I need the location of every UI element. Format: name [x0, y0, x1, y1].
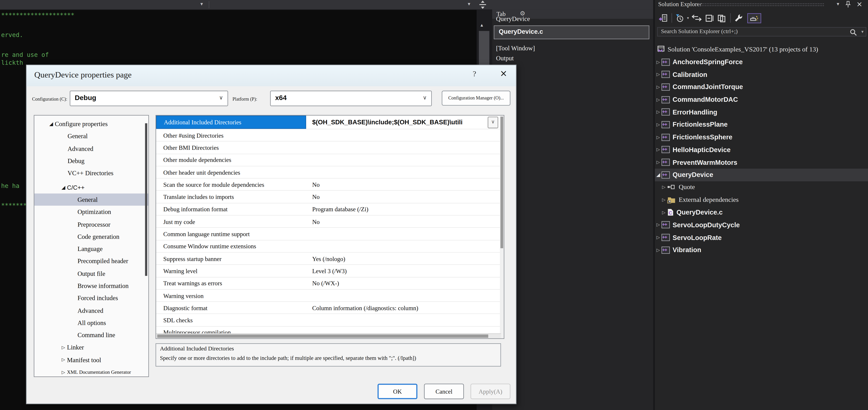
properties-wrench-icon[interactable]: [734, 13, 743, 22]
property-value[interactable]: Column information (/diagnostics: column…: [306, 302, 504, 314]
category-item[interactable]: Debug: [34, 155, 149, 167]
category-item[interactable]: Preprocessor: [34, 218, 149, 230]
filter-dropdown-icon[interactable]: ▾: [687, 16, 689, 20]
chevron-collapsed-icon[interactable]: ▷: [655, 247, 661, 252]
active-file-item[interactable]: QueryDevice.c: [494, 26, 649, 39]
property-row[interactable]: Other BMI Directories: [156, 142, 504, 154]
chevron-collapsed-icon[interactable]: ▷: [60, 370, 67, 375]
switch-views-icon[interactable]: [658, 13, 668, 22]
property-name[interactable]: Suppress startup banner: [156, 253, 306, 265]
tool-window-item[interactable]: Output: [496, 55, 514, 61]
project-row-selected[interactable]: ◢ ++ QueryDevice: [655, 168, 868, 181]
property-value[interactable]: [306, 142, 504, 153]
property-name[interactable]: Diagnostic format: [156, 302, 306, 314]
category-item[interactable]: Advanced: [34, 142, 149, 155]
solution-node[interactable]: Solution 'ConsoleExamples_VS2017' (13 pr…: [655, 43, 868, 56]
property-value[interactable]: Yes (/nologo): [306, 253, 504, 265]
property-name[interactable]: Scan the source for module dependencies: [156, 179, 306, 191]
search-icon[interactable]: [850, 29, 857, 36]
category-item[interactable]: Command line: [34, 329, 149, 341]
dialog-titlebar[interactable]: QueryDevice properties page ? ×: [27, 65, 516, 86]
property-name[interactable]: Warning level: [156, 265, 306, 277]
property-row[interactable]: Warning version: [156, 289, 504, 302]
chevron-collapsed-icon[interactable]: ▷: [660, 185, 667, 190]
property-value[interactable]: $(OH_SDK_BASE)\include;$(OH_SDK_BASE)\ut…: [312, 119, 463, 126]
chevron-collapsed-icon[interactable]: ▷: [655, 235, 661, 240]
property-name[interactable]: SDL checks: [156, 314, 306, 326]
chevron-expanded-icon[interactable]: ◢: [48, 121, 55, 127]
category-item-selected[interactable]: General: [34, 193, 149, 206]
value-dropdown-button[interactable]: ∨: [488, 116, 498, 128]
chevron-collapsed-icon[interactable]: ▷: [655, 160, 661, 165]
grid-horizontal-scrollbar[interactable]: [156, 333, 501, 338]
property-row[interactable]: Consume Window runtime extensions: [156, 240, 504, 253]
property-row[interactable]: Scan the source for module dependenciesN…: [156, 179, 504, 191]
property-row-selected[interactable]: Additional Included Directories $(OH_SDK…: [156, 115, 504, 129]
drag-handle-dots[interactable]: [698, 3, 825, 6]
category-item[interactable]: ▷ Linker: [34, 341, 149, 354]
cancel-button[interactable]: Cancel: [424, 384, 464, 399]
project-row[interactable]: ▷ ++ CommandJointTorque: [655, 81, 868, 93]
scrollbar-thumb[interactable]: [500, 116, 503, 248]
search-input[interactable]: Search Solution Explorer (ctrl+;) ▾: [657, 27, 866, 37]
category-item[interactable]: ◢ C/C++: [34, 181, 149, 193]
project-row[interactable]: ▷ ++ FrictionlessPlane: [655, 118, 868, 131]
property-row[interactable]: Debug information formatProgram database…: [156, 203, 504, 216]
chevron-collapsed-icon[interactable]: ▷: [660, 210, 667, 215]
chevron-collapsed-icon[interactable]: ▷: [655, 110, 661, 115]
property-value[interactable]: [306, 129, 504, 141]
preview-selected-items-button[interactable]: [747, 13, 761, 23]
project-row[interactable]: ▷ ++ HelloHapticDevice: [655, 143, 868, 156]
property-value[interactable]: [306, 289, 504, 301]
property-value[interactable]: Program database (/Zi): [306, 203, 504, 215]
pending-changes-filter-icon[interactable]: [675, 13, 684, 22]
chevron-collapsed-icon[interactable]: ▷: [655, 223, 661, 228]
property-name[interactable]: Debug information format: [156, 203, 306, 215]
property-name[interactable]: Other header unit dependencies: [156, 166, 306, 178]
project-row[interactable]: ▷ ++ Vibration: [655, 244, 868, 257]
tree-scrollbar-thumb[interactable]: [145, 123, 147, 276]
property-row[interactable]: Other header unit dependencies: [156, 166, 504, 179]
close-button[interactable]: ×: [500, 68, 507, 78]
project-row[interactable]: ▷ ++ ServoLoopRate: [655, 231, 868, 244]
help-button[interactable]: ?: [473, 70, 476, 78]
search-options-icon[interactable]: ▾: [862, 29, 864, 34]
project-row[interactable]: ▷ ++ ServoLoopDutyCycle: [655, 219, 868, 231]
splitter-handle-icon[interactable]: [478, 1, 487, 9]
chevron-collapsed-icon[interactable]: ▷: [655, 72, 661, 77]
property-value[interactable]: No: [306, 179, 504, 191]
property-name[interactable]: Additional Included Directories: [156, 115, 306, 129]
navbar-dropdown-icon[interactable]: ▾: [200, 1, 203, 7]
property-name[interactable]: Other #using Directories: [156, 129, 306, 141]
property-value[interactable]: [306, 154, 504, 166]
property-value[interactable]: [306, 228, 504, 240]
property-row[interactable]: Diagnostic formatColumn information (/di…: [156, 302, 504, 314]
solution-explorer-titlebar[interactable]: Solution Explorer ▾ ×: [655, 0, 868, 9]
property-name[interactable]: Consume Window runtime extensions: [156, 240, 306, 252]
property-row[interactable]: Other module dependencies: [156, 154, 504, 166]
configuration-select[interactable]: Debug ∨: [70, 91, 228, 106]
property-name[interactable]: Common language runtime support: [156, 228, 306, 240]
chevron-collapsed-icon[interactable]: ▷: [60, 345, 67, 350]
property-row[interactable]: Just my codeNo: [156, 216, 504, 228]
property-value[interactable]: No (/WX-): [306, 277, 504, 289]
project-row[interactable]: ▷ ++ CommandMotorDAC: [655, 93, 868, 106]
chevron-collapsed-icon[interactable]: ▷: [60, 357, 67, 363]
category-item[interactable]: Code generation: [34, 230, 149, 243]
category-item[interactable]: VC++ Directories: [34, 167, 149, 179]
category-item[interactable]: General: [34, 130, 149, 142]
apply-button[interactable]: Apply(A): [471, 384, 510, 399]
ok-button[interactable]: OK: [377, 384, 417, 399]
category-item[interactable]: ▷ Manifest tool: [34, 353, 149, 366]
chevron-collapsed-icon[interactable]: ▷: [655, 97, 661, 102]
property-value[interactable]: No: [306, 191, 504, 203]
category-item[interactable]: ▷ XML Documentation Generator: [34, 366, 149, 377]
chevron-collapsed-icon[interactable]: ▷: [660, 197, 667, 202]
scroll-up-icon[interactable]: ▴: [480, 22, 483, 28]
pin-icon[interactable]: [845, 1, 851, 8]
property-value[interactable]: [306, 240, 504, 252]
property-value[interactable]: No: [306, 216, 504, 228]
property-value[interactable]: Level 3 (/W3): [306, 265, 504, 277]
chevron-collapsed-icon[interactable]: ▷: [655, 135, 661, 140]
property-row[interactable]: Translate includes to importsNo: [156, 191, 504, 203]
